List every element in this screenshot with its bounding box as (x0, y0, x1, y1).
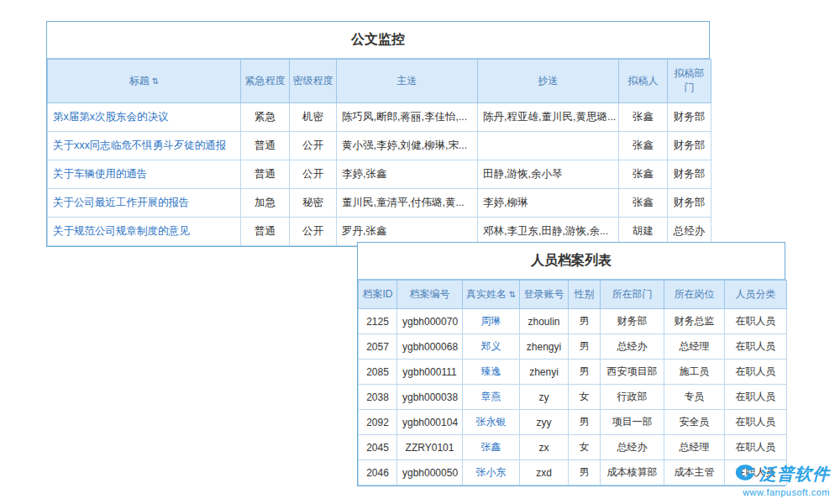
cell: 董川民,童清平,付伟璐,黄... (337, 188, 478, 217)
table-row[interactable]: 关于车辆使用的通告普通公开李婷,张鑫田静,游恢,余小琴张鑫财务部 (48, 160, 711, 188)
cell: 专员 (664, 385, 725, 410)
cell: 加急 (241, 188, 290, 217)
table-row[interactable]: 2057ygbh000068郑义zhengyi男总经办总经理在职人员 (359, 334, 787, 360)
column-header-2: 紧急程度 (241, 60, 290, 103)
cell: 2085 (359, 360, 397, 385)
column-header-6: 拟稿人 (619, 60, 668, 103)
cell: ygbh000050 (397, 460, 463, 486)
column-header-5: 抄送 (478, 60, 619, 103)
cell: 男 (569, 360, 601, 385)
cell: zhenyi (520, 360, 569, 385)
person-name-link[interactable]: 张鑫 (463, 435, 520, 460)
cell: zhoulin (520, 309, 569, 334)
cell: 女 (569, 435, 601, 460)
doc-title-link[interactable]: 关于规范公司规章制度的意见 (48, 217, 241, 245)
person-name-link[interactable]: 周琳 (463, 309, 520, 334)
cell: zx (520, 435, 569, 460)
doc-panel-title: 公文监控 (47, 22, 709, 59)
cell: 在职人员 (725, 410, 787, 435)
cell: 机密 (290, 102, 337, 131)
column-header-8: 人员分类 (725, 281, 787, 309)
cell: 公开 (290, 131, 337, 160)
person-name-link[interactable]: 郑义 (463, 334, 520, 360)
logo-url: www.fanpusoft.com (735, 487, 830, 497)
cell: 在职人员 (725, 309, 787, 334)
cell: 在职人员 (725, 360, 787, 385)
fanpu-logo: 泛普软件 www.fanpusoft.com (735, 463, 830, 497)
column-header-6: 所在部门 (601, 281, 664, 309)
column-label: 所在岗位 (675, 288, 715, 300)
doc-title-link[interactable]: 第x届第x次股东会的决议 (48, 102, 241, 131)
cell: ygbh000111 (397, 360, 463, 385)
cell: 项目一部 (601, 410, 664, 435)
personnel-archive-panel: 人员档案列表 档案ID档案编号真实姓名⇅登录账号性别所在部门所在岗位人员分类 2… (357, 242, 785, 486)
cell: 财务部 (601, 309, 664, 334)
cell: 总经办 (601, 435, 664, 460)
person-name-link[interactable]: 张小东 (463, 460, 520, 486)
column-header-7: 拟稿部门 (668, 60, 711, 103)
person-name-link[interactable]: 章燕 (463, 385, 520, 410)
doc-table-body: 第x届第x次股东会的决议紧急机密陈巧凤,断郎,蒋丽,李佳怡,...陈丹,程亚雄,… (48, 102, 711, 245)
cell: 公开 (290, 217, 337, 245)
cell: 女 (569, 385, 601, 410)
column-label: 档案ID (363, 288, 393, 300)
cell: 在职人员 (725, 334, 787, 360)
table-row[interactable]: 2046ygbh000050张小东zxd男成本核算部成本主管在职人员 (359, 460, 787, 486)
column-label: 抄送 (538, 75, 559, 87)
column-header-1[interactable]: 标题⇅ (48, 60, 241, 103)
column-label: 档案编号 (410, 288, 450, 300)
cell: 陈丹,程亚雄,董川民,黄思璐... (478, 102, 619, 131)
doc-title-link[interactable]: 关于公司最近工作开展的报告 (48, 188, 241, 217)
doc-title-link[interactable]: 关于车辆使用的通告 (48, 160, 241, 188)
person-name-link[interactable]: 臻逸 (463, 360, 520, 385)
table-row[interactable]: 第x届第x次股东会的决议紧急机密陈巧凤,断郎,蒋丽,李佳怡,...陈丹,程亚雄,… (48, 102, 711, 131)
cell: 张鑫 (619, 160, 668, 188)
column-label: 紧急程度 (245, 75, 286, 87)
logo-text: 泛普软件 (759, 463, 830, 486)
column-label: 性别 (575, 288, 595, 300)
cell: 总经办 (601, 334, 664, 360)
cell: 紧急 (241, 102, 290, 131)
cell: 财务部 (668, 188, 711, 217)
column-header-3[interactable]: 真实姓名⇅ (463, 281, 520, 309)
logo-icon (735, 464, 755, 485)
sort-icon[interactable]: ⇅ (509, 290, 516, 299)
column-label: 拟稿人 (628, 75, 659, 87)
cell: 2092 (359, 410, 397, 435)
column-label: 主送 (397, 75, 417, 87)
column-header-5: 性别 (569, 281, 601, 309)
cell: 总经理 (664, 334, 725, 360)
table-row[interactable]: 2125ygbh000070周琳zhoulin男财务部财务总监在职人员 (359, 309, 787, 334)
sort-icon[interactable]: ⇅ (152, 76, 159, 86)
cell: ygbh000070 (397, 309, 463, 334)
cell: ygbh000038 (397, 385, 463, 410)
table-row[interactable]: 关于公司最近工作开展的报告加急秘密董川民,童清平,付伟璐,黄...李婷,柳琳张鑫… (48, 188, 711, 217)
doc-title-link[interactable]: 关于xxx同志临危不惧勇斗歹徒的通报 (48, 131, 241, 160)
column-header-4: 主送 (337, 60, 478, 103)
cell: 李婷,张鑫 (337, 160, 478, 188)
cell: 在职人员 (725, 385, 787, 410)
cell: 男 (569, 410, 601, 435)
cell: 总经理 (664, 435, 725, 460)
table-row[interactable]: 2045ZZRY0101张鑫zx女总经办总经理在职人员 (359, 435, 787, 460)
cell: 张鑫 (619, 188, 668, 217)
table-row[interactable]: 2085ygbh000111臻逸zhenyi男西安项目部施工员在职人员 (359, 360, 787, 385)
cell: 财务总监 (664, 309, 725, 334)
person-name-link[interactable]: 张永银 (463, 410, 520, 435)
cell: 普通 (241, 217, 290, 245)
cell: 成本核算部 (601, 460, 664, 486)
personnel-table-body: 2125ygbh000070周琳zhoulin男财务部财务总监在职人员2057y… (359, 309, 787, 486)
table-row[interactable]: 2038ygbh000038章燕zy女行政部专员在职人员 (359, 385, 787, 410)
cell: 黄小强,李婷,刘健,柳琳,宋... (337, 131, 478, 160)
table-row[interactable]: 2092ygbh000104张永银zyy男项目一部安全员在职人员 (359, 410, 787, 435)
cell: 陈巧凤,断郎,蒋丽,李佳怡,... (337, 102, 478, 131)
cell: 秘密 (290, 188, 337, 217)
cell (478, 131, 619, 160)
table-row[interactable]: 关于xxx同志临危不惧勇斗歹徒的通报普通公开黄小强,李婷,刘健,柳琳,宋...张… (48, 131, 711, 160)
column-header-2: 档案编号 (397, 281, 463, 309)
cell: 男 (569, 460, 601, 486)
header-row: 标题⇅紧急程度密级程度主送抄送拟稿人拟稿部门 (48, 60, 711, 103)
cell: 2046 (359, 460, 397, 486)
personnel-panel-title: 人员档案列表 (358, 243, 785, 280)
cell: 张鑫 (619, 131, 668, 160)
